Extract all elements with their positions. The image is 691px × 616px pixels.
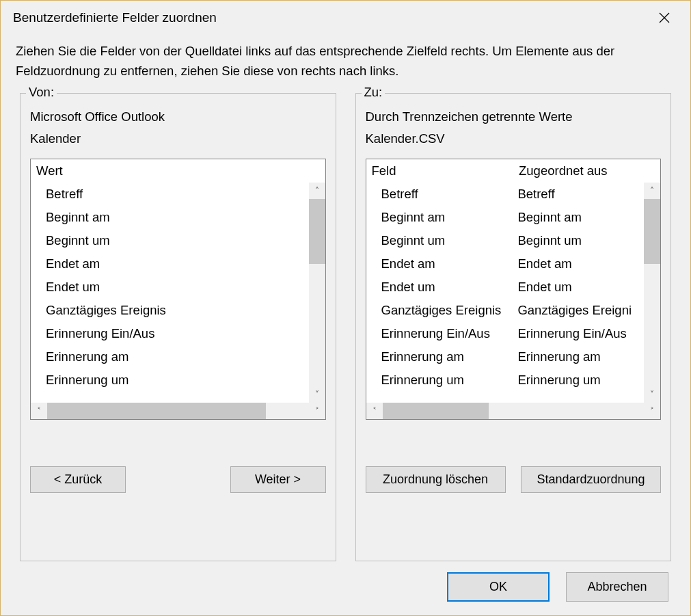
list-item[interactable]: Erinnerung amErinnerung am (381, 345, 645, 369)
scroll-down-icon[interactable]: ˅ (309, 386, 325, 403)
source-buttons: < Zurück Weiter > (30, 466, 326, 493)
source-label: Von: (26, 85, 57, 100)
source-listbox[interactable]: Wert BetreffBeginnt amBeginnt umEndet am… (30, 159, 326, 420)
list-item[interactable]: Beginnt um (46, 229, 309, 252)
scroll-down-icon[interactable]: ˅ (644, 386, 660, 403)
list-item[interactable]: Ganztägiges EreignisGanztägiges Ereigni (381, 299, 645, 322)
list-item[interactable]: Erinnerung Ein/Aus (46, 322, 309, 345)
list-item[interactable]: Erinnerung um (46, 369, 309, 392)
source-app: Microsoft Office Outlook (30, 106, 326, 127)
list-item[interactable]: Beginnt am (46, 206, 309, 229)
source-header-value: Wert (36, 163, 303, 178)
list-item[interactable]: Endet umEndet um (381, 276, 645, 299)
target-vscrollbar[interactable]: ˄ ˅ (644, 183, 660, 403)
target-header-mapped: Zugeordnet aus (519, 163, 638, 178)
list-item[interactable]: Endet amEndet am (381, 252, 645, 276)
back-button[interactable]: < Zurück (30, 466, 126, 493)
list-item[interactable]: BetreffBetreff (381, 183, 645, 206)
target-list-header: Feld Zugeordnet aus (366, 159, 661, 183)
target-pane: Zu: Durch Trennzeichen getrennte Werte K… (355, 93, 672, 561)
instructions-text: Ziehen Sie die Felder von der Quelldatei… (1, 35, 690, 93)
target-format: Durch Trennzeichen getrennte Werte (366, 106, 662, 127)
scroll-right-icon[interactable]: ˃ (309, 403, 325, 419)
list-item[interactable]: Beginnt umBeginnt um (381, 229, 645, 252)
source-folder: Kalender (30, 128, 326, 149)
ok-button[interactable]: OK (447, 572, 550, 602)
scroll-thumb[interactable] (309, 199, 325, 264)
clear-mapping-button[interactable]: Zuordnung löschen (366, 466, 506, 493)
scroll-left-icon[interactable]: ˂ (366, 403, 383, 419)
scroll-up-icon[interactable]: ˄ (644, 183, 660, 199)
target-header-field: Feld (372, 163, 519, 178)
next-button[interactable]: Weiter > (230, 466, 326, 493)
target-label: Zu: (362, 85, 385, 100)
scroll-left-icon[interactable]: ˂ (31, 403, 47, 419)
target-buttons: Zuordnung löschen Standardzuordnung (366, 466, 662, 493)
scroll-thumb[interactable] (47, 403, 266, 419)
target-meta: Durch Trennzeichen getrennte Werte Kalen… (366, 101, 662, 150)
source-vscrollbar[interactable]: ˄ ˅ (309, 183, 325, 403)
target-file: Kalender.CSV (366, 128, 662, 149)
titlebar: Benutzerdefinierte Felder zuordnen (1, 1, 690, 35)
list-item[interactable]: Ganztägiges Ereignis (46, 299, 309, 322)
default-mapping-button[interactable]: Standardzuordnung (521, 466, 661, 493)
target-rows[interactable]: BetreffBetreffBeginnt amBeginnt amBeginn… (366, 183, 645, 403)
scroll-up-icon[interactable]: ˄ (309, 183, 325, 199)
scroll-thumb[interactable] (383, 403, 489, 419)
source-meta: Microsoft Office Outlook Kalender (30, 101, 326, 150)
dialog-footer: OK Abbrechen (1, 561, 690, 615)
list-item[interactable]: Beginnt amBeginnt am (381, 206, 645, 229)
source-hscrollbar[interactable]: ˂ ˃ (31, 403, 325, 419)
list-item[interactable]: Erinnerung am (46, 345, 309, 369)
scroll-right-icon[interactable]: ˃ (644, 403, 660, 419)
list-item[interactable]: Betreff (46, 183, 309, 206)
source-pane: Von: Microsoft Office Outlook Kalender W… (20, 93, 336, 561)
scroll-thumb[interactable] (644, 199, 660, 264)
panes-container: Von: Microsoft Office Outlook Kalender W… (1, 93, 690, 561)
map-custom-fields-dialog: Benutzerdefinierte Felder zuordnen Ziehe… (1, 1, 690, 615)
close-icon (659, 12, 670, 23)
list-item[interactable]: Erinnerung umErinnerung um (381, 369, 645, 392)
cancel-button[interactable]: Abbrechen (566, 572, 668, 602)
close-button[interactable] (651, 4, 678, 31)
list-item[interactable]: Endet um (46, 276, 309, 299)
source-rows[interactable]: BetreffBeginnt amBeginnt umEndet amEndet… (31, 183, 309, 403)
target-listbox[interactable]: Feld Zugeordnet aus BetreffBetreffBeginn… (366, 159, 662, 420)
source-list-header: Wert (31, 159, 325, 183)
list-item[interactable]: Erinnerung Ein/AusErinnerung Ein/Aus (381, 322, 645, 345)
target-hscrollbar[interactable]: ˂ ˃ (366, 403, 661, 419)
list-item[interactable]: Endet am (46, 252, 309, 276)
dialog-title: Benutzerdefinierte Felder zuordnen (13, 10, 217, 25)
